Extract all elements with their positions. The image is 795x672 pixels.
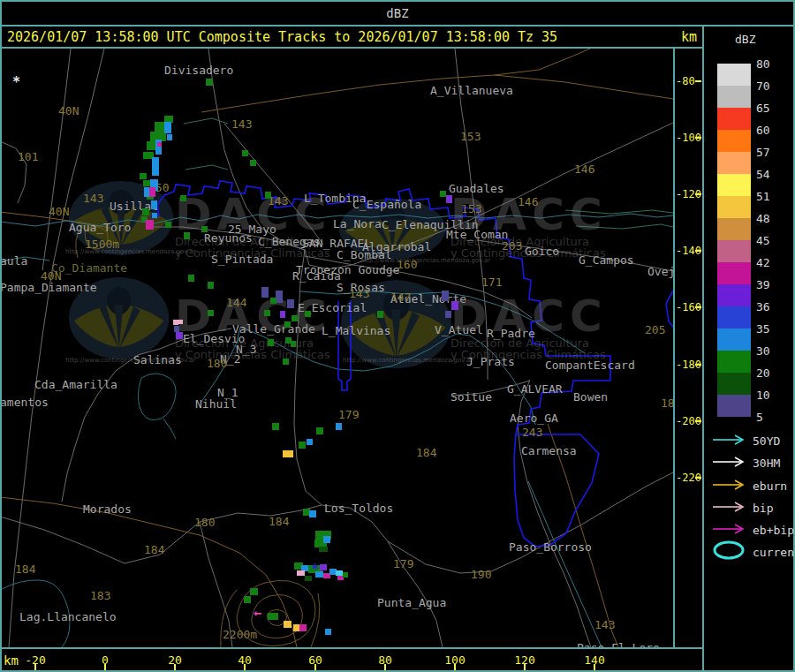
colorbar-value-label: 48: [756, 212, 770, 225]
colorbar-value-label: 5: [756, 411, 763, 424]
radar-echo-cell: [445, 311, 451, 318]
place-label: Pampa_Diamante: [2, 281, 97, 294]
radar-echo-cell: [265, 192, 271, 199]
radar-app-window: dBZ 2026/01/07 13:58:00 UTC Composite Tr…: [0, 0, 795, 672]
current-storm-icon: [712, 540, 746, 564]
window-title: dBZ: [0, 6, 795, 20]
route-number-label: 40N: [49, 205, 69, 218]
radar-echo-cell: [180, 195, 186, 201]
route-number-label: 143: [83, 192, 103, 205]
x-axis-tick: [384, 664, 386, 670]
y-axis-tick: [695, 137, 701, 139]
radar-echo-cell: [174, 326, 179, 332]
eb-bip-marker: ←: [254, 605, 261, 621]
place-label: Carmensa: [521, 444, 577, 457]
place-label: A_Villanueva: [430, 84, 513, 97]
place-label: Agua_Toro: [69, 221, 131, 234]
legend-item: bip: [712, 500, 773, 517]
radar-echo-cell: [142, 208, 149, 215]
watermark-url: http://www.contingencias.mendoza.gov.ar: [65, 357, 195, 364]
radar-echo-cell: [283, 450, 293, 457]
watermark-url: http://www.contingencias.mendoza.gov.ar: [343, 357, 473, 364]
route-number-label: 18: [661, 396, 673, 410]
colorbar-value-label: 65: [756, 102, 770, 115]
radar-echo-cell: [336, 423, 342, 430]
radar-echo-cell: [268, 339, 274, 346]
legend-label: current: [753, 546, 795, 559]
radar-echo-cell: [305, 311, 311, 317]
legend-label: bip: [753, 502, 773, 515]
colorbar-block: [717, 284, 751, 306]
radar-echo-cell: [208, 310, 214, 316]
colorbar-value-label: 60: [756, 124, 770, 137]
radar-echo-cell: [292, 315, 298, 321]
radar-echo-cell: [442, 291, 449, 301]
colorbar-block: [717, 196, 751, 218]
radar-echo-cell: [268, 613, 278, 620]
radar-echo-cell: [377, 311, 383, 318]
route-number-label: 179: [338, 408, 359, 421]
y-axis-tick: [695, 250, 701, 252]
place-label: Morados: [83, 502, 132, 516]
eburn-arrow-icon: [712, 478, 746, 495]
radar-echo-cell: [283, 359, 289, 365]
colorbar-block: [717, 152, 751, 174]
route-number-label: 183: [90, 589, 110, 602]
colorbar-value-label: 30: [756, 344, 770, 358]
eb+bip-arrow-icon: [712, 522, 746, 539]
legend-item: current: [712, 540, 795, 564]
colorbar-value-label: 51: [756, 190, 770, 203]
radar-map-canvas[interactable]: DivisaderoA_VillanuevaGuadalesUsillalL_T…: [2, 49, 673, 647]
place-label: Punta_Agua: [377, 596, 446, 609]
radar-echo-cell: [307, 439, 313, 445]
y-axis-tick: [695, 193, 701, 195]
legend-label: eb+bip: [753, 524, 794, 537]
place-label: Co_Diamante: [51, 261, 127, 275]
radar-echo-cell: [151, 200, 157, 209]
track-star: *: [311, 562, 319, 578]
route-number-label: 143: [231, 117, 252, 131]
watermark-text: DACCDirección de Agriculturay Contingenc…: [175, 193, 493, 259]
radar-echo-cell: [157, 142, 162, 147]
radar-echo-cell: [451, 301, 458, 310]
radar-echo-cell: [244, 596, 251, 603]
place-label: Soitue: [450, 390, 492, 404]
radar-echo-cell: [140, 173, 147, 179]
colorbar-value-label: 39: [756, 278, 770, 291]
radar-echo-cell: [165, 222, 171, 228]
radar-echo-cell: [280, 311, 285, 318]
radar-echo-cell: [299, 624, 307, 631]
radar-echo-cell: [188, 275, 194, 282]
radar-echo-cell: [284, 321, 291, 328]
30HM-arrow-icon: [712, 455, 746, 472]
colorbar-block: [717, 108, 751, 130]
colorbar-block: [717, 64, 751, 86]
radar-echo-cell: [178, 320, 183, 324]
x-axis-tick: [174, 664, 176, 670]
route-number-label: 184: [144, 543, 164, 556]
50YD-arrow-icon: [712, 433, 746, 449]
colorbar-block: [717, 86, 751, 108]
titlebar-separator: [0, 25, 795, 26]
radar-echo-cell: [208, 282, 214, 289]
place-label: R_Caida: [292, 269, 341, 283]
place-label: Paso_El_Loro: [577, 641, 660, 647]
place-label: Aero_GA: [510, 412, 558, 425]
colorbar-block: [717, 306, 751, 328]
radar-echo-cell: [167, 134, 172, 140]
radar-echo-cell: [176, 332, 183, 339]
radar-echo-cell: [325, 629, 331, 635]
scan-time-title: 2026/01/07 13:58:00 UTC Composite Tracks…: [7, 29, 557, 45]
radar-echo-cell: [164, 122, 171, 133]
radar-echo-cell: [319, 547, 328, 552]
radar-echo-cell: [440, 191, 446, 197]
watermark-url: http://www.contingencias.mendoza.gov.ar: [360, 257, 490, 264]
panel-separator: [702, 25, 704, 672]
colorbar-block: [717, 218, 751, 240]
radar-echo-cell: [309, 510, 316, 517]
radar-echo-cell: [285, 337, 292, 344]
colorbar-title: dBZ: [735, 33, 755, 46]
colorbar-value-label: 57: [756, 146, 770, 159]
route-number-label: 184: [269, 515, 289, 528]
radar-echo-cell: [297, 570, 305, 576]
